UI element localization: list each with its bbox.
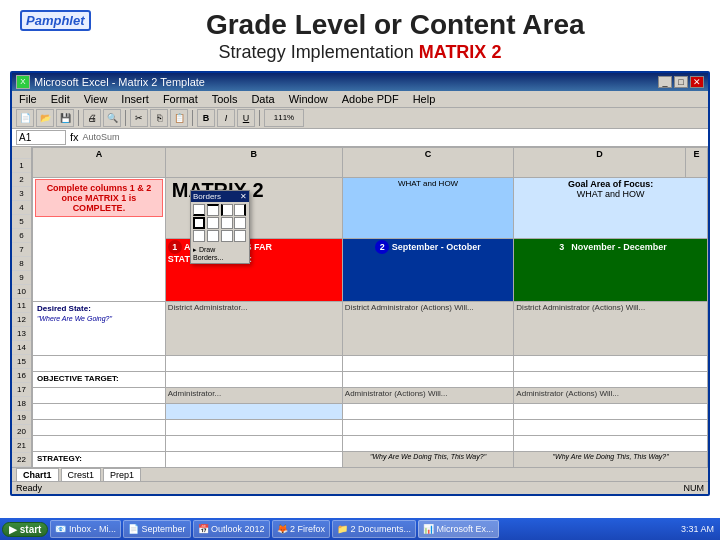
menu-edit[interactable]: Edit	[48, 92, 73, 106]
toolbar-bold[interactable]: B	[197, 109, 215, 127]
cell-b4[interactable]	[165, 355, 342, 371]
menu-format[interactable]: Format	[160, 92, 201, 106]
border-btn-1[interactable]	[193, 204, 205, 216]
toolbar-copy[interactable]: ⎘	[150, 109, 168, 127]
cell-a1-complete: Complete columns 1 & 2 once MATRIX 1 is …	[33, 177, 166, 301]
row-11: 11	[12, 299, 31, 313]
border-btn-8[interactable]	[234, 217, 246, 229]
border-btn-4[interactable]	[234, 204, 246, 216]
sheet-tab-crest1[interactable]: Crest1	[61, 468, 102, 481]
borders-more[interactable]: ▸ Draw Borders...	[191, 244, 249, 263]
cell-b5[interactable]	[165, 371, 342, 387]
sheet-tab-prep1[interactable]: Prep1	[103, 468, 141, 481]
cell-d1-goal: Goal Area of Focus: WHAT and HOW	[514, 177, 708, 238]
cell-c4[interactable]	[342, 355, 514, 371]
formula-bar-label: AutoSum	[83, 132, 120, 142]
toolbar-cut[interactable]: ✂	[130, 109, 148, 127]
excel-toolbar: 📄 📂 💾 🖨 🔍 ✂ ⎘ 📋 B I U 111%	[12, 108, 708, 129]
row-21: 21	[12, 439, 31, 453]
cell-a7[interactable]	[33, 403, 166, 419]
complete-label: Complete columns 1 & 2 once MATRIX 1 is …	[35, 179, 163, 217]
border-btn-11[interactable]	[221, 230, 233, 242]
border-btn-3[interactable]	[221, 204, 233, 216]
row-12: 12	[12, 313, 31, 327]
row-9: 9	[12, 271, 31, 285]
status-right: NUM	[684, 483, 705, 493]
cell-a6[interactable]	[33, 387, 166, 403]
border-btn-12[interactable]	[234, 230, 246, 242]
cell-d7[interactable]	[514, 403, 708, 419]
cell-reference-input[interactable]	[16, 130, 66, 145]
border-btn-6[interactable]	[207, 217, 219, 229]
menu-help[interactable]: Help	[410, 92, 439, 106]
cell-b9[interactable]	[165, 435, 342, 451]
taskbar-outlook[interactable]: 📅 Outlook 2012	[193, 520, 270, 538]
taskbar-september[interactable]: 📄 September	[123, 520, 191, 538]
cell-b8[interactable]	[165, 419, 342, 435]
border-btn-10[interactable]	[207, 230, 219, 242]
menu-tools[interactable]: Tools	[209, 92, 241, 106]
borders-popup-title: Borders ✕	[191, 191, 249, 202]
border-btn-7[interactable]	[221, 217, 233, 229]
start-button[interactable]: ▶ start	[2, 522, 48, 537]
toolbar-new[interactable]: 📄	[16, 109, 34, 127]
table-row-3: Desired State: "Where Are We Going?" Dis…	[33, 301, 708, 355]
close-button[interactable]: ✕	[690, 76, 704, 88]
row-15: 15	[12, 355, 31, 369]
minimize-button[interactable]: _	[658, 76, 672, 88]
cell-c5[interactable]	[342, 371, 514, 387]
sub-title: Strategy Implementation MATRIX 2	[20, 42, 700, 63]
menu-insert[interactable]: Insert	[118, 92, 152, 106]
col-header-d: D	[514, 147, 686, 177]
row-7: 7	[12, 243, 31, 257]
maximize-button[interactable]: □	[674, 76, 688, 88]
toolbar-open[interactable]: 📂	[36, 109, 54, 127]
borders-close[interactable]: ✕	[240, 192, 247, 201]
cell-c2-sep-oct: 2 September - October	[342, 238, 514, 301]
border-btn-2[interactable]	[207, 204, 219, 216]
cell-d8[interactable]	[514, 419, 708, 435]
cell-c7[interactable]	[342, 403, 514, 419]
cell-d4[interactable]	[514, 355, 708, 371]
menu-view[interactable]: View	[81, 92, 111, 106]
toolbar-zoom[interactable]: 111%	[264, 109, 304, 127]
sheet-tab-chart1[interactable]: Chart1	[16, 468, 59, 481]
toolbar-preview[interactable]: 🔍	[103, 109, 121, 127]
row-16: 16	[12, 369, 31, 383]
menu-file[interactable]: File	[16, 92, 40, 106]
window-controls: _ □ ✕	[658, 76, 704, 88]
border-btn-5[interactable]	[193, 217, 205, 229]
cell-a8[interactable]	[33, 419, 166, 435]
page-header: Pamphlet Grade Level or Content Area Str…	[0, 0, 720, 67]
toolbar-paste[interactable]: 📋	[170, 109, 188, 127]
taskbar-documents[interactable]: 📁 2 Documents...	[332, 520, 416, 538]
toolbar-italic[interactable]: I	[217, 109, 235, 127]
cell-c8[interactable]	[342, 419, 514, 435]
cell-b10[interactable]	[165, 451, 342, 467]
toolbar-save[interactable]: 💾	[56, 109, 74, 127]
cell-c6-admin-will: Administrator (Actions) Will...	[342, 387, 514, 403]
menu-window[interactable]: Window	[286, 92, 331, 106]
cell-c9[interactable]	[342, 435, 514, 451]
toolbar-sep4	[259, 110, 260, 126]
cell-a4[interactable]	[33, 355, 166, 371]
cell-a10: STRATEGY:	[33, 451, 166, 467]
menu-data[interactable]: Data	[248, 92, 277, 106]
toolbar-sep2	[125, 110, 126, 126]
titlebar-left: X Microsoft Excel - Matrix 2 Template	[16, 75, 205, 89]
row-1: 1	[12, 159, 31, 173]
cell-d9[interactable]	[514, 435, 708, 451]
border-btn-9[interactable]	[193, 230, 205, 242]
toolbar-print[interactable]: 🖨	[83, 109, 101, 127]
taskbar-firefox[interactable]: 🦊 2 Firefox	[272, 520, 331, 538]
excel-app-icon: X	[16, 75, 30, 89]
cell-d5[interactable]	[514, 371, 708, 387]
row-5: 5	[12, 215, 31, 229]
toolbar-underline[interactable]: U	[237, 109, 255, 127]
cell-b7[interactable]	[165, 403, 342, 419]
taskbar-inbox[interactable]: 📧 Inbox - Mi...	[50, 520, 121, 538]
taskbar-excel[interactable]: 📊 Microsoft Ex...	[418, 520, 499, 538]
cell-a9[interactable]	[33, 435, 166, 451]
badge-1: 1	[168, 240, 182, 254]
menu-adobe[interactable]: Adobe PDF	[339, 92, 402, 106]
